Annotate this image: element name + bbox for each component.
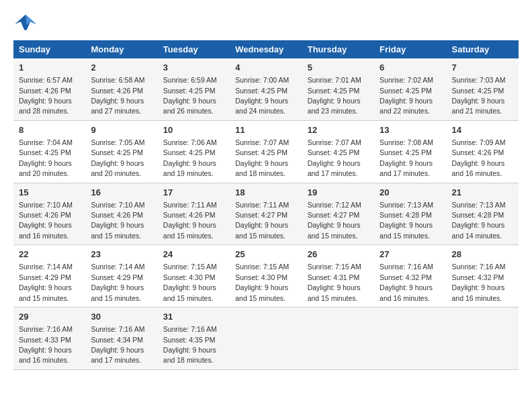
day-info: Sunrise: 6:59 AM Sunset: 4:25 PM Dayligh… — [163, 76, 217, 115]
calendar-cell: 3 Sunrise: 6:59 AM Sunset: 4:25 PM Dayli… — [158, 58, 230, 120]
weekday-header-monday: Monday — [85, 40, 157, 58]
calendar-cell: 20 Sunrise: 7:13 AM Sunset: 4:28 PM Dayl… — [374, 183, 446, 245]
calendar-cell: 25 Sunrise: 7:15 AM Sunset: 4:30 PM Dayl… — [230, 245, 302, 308]
day-info: Sunrise: 7:16 AM Sunset: 4:34 PM Dayligh… — [91, 325, 144, 364]
calendar-cell: 28 Sunrise: 7:16 AM Sunset: 4:32 PM Dayl… — [447, 245, 519, 308]
day-number: 20 — [380, 187, 441, 199]
page-header — [13, 13, 519, 34]
day-info: Sunrise: 7:15 AM Sunset: 4:30 PM Dayligh… — [163, 263, 217, 302]
day-info: Sunrise: 7:13 AM Sunset: 4:28 PM Dayligh… — [452, 201, 506, 240]
day-info: Sunrise: 7:05 AM Sunset: 4:25 PM Dayligh… — [91, 138, 144, 177]
calendar-cell: 31 Sunrise: 7:16 AM Sunset: 4:35 PM Dayl… — [158, 308, 230, 370]
day-number: 4 — [235, 62, 296, 74]
calendar-cell — [230, 308, 302, 370]
day-number: 29 — [19, 311, 80, 323]
day-info: Sunrise: 7:15 AM Sunset: 4:31 PM Dayligh… — [308, 263, 361, 302]
calendar-cell: 21 Sunrise: 7:13 AM Sunset: 4:28 PM Dayl… — [447, 183, 519, 245]
weekday-header-thursday: Thursday — [302, 40, 374, 58]
calendar-week-row: 15 Sunrise: 7:10 AM Sunset: 4:26 PM Dayl… — [13, 183, 519, 245]
weekday-header-wednesday: Wednesday — [230, 40, 302, 58]
calendar-cell: 22 Sunrise: 7:14 AM Sunset: 4:29 PM Dayl… — [13, 245, 85, 308]
day-info: Sunrise: 7:07 AM Sunset: 4:25 PM Dayligh… — [235, 138, 289, 177]
calendar-cell: 8 Sunrise: 7:04 AM Sunset: 4:25 PM Dayli… — [13, 120, 85, 183]
calendar-cell: 9 Sunrise: 7:05 AM Sunset: 4:25 PM Dayli… — [85, 120, 157, 183]
day-number: 12 — [308, 124, 369, 136]
day-info: Sunrise: 7:01 AM Sunset: 4:25 PM Dayligh… — [308, 76, 361, 115]
calendar-cell — [302, 308, 374, 370]
day-info: Sunrise: 7:07 AM Sunset: 4:25 PM Dayligh… — [308, 138, 361, 177]
weekday-header-row: SundayMondayTuesdayWednesdayThursdayFrid… — [13, 40, 519, 58]
calendar-cell: 13 Sunrise: 7:08 AM Sunset: 4:25 PM Dayl… — [374, 120, 446, 183]
calendar-cell: 19 Sunrise: 7:12 AM Sunset: 4:27 PM Dayl… — [302, 183, 374, 245]
svg-marker-1 — [26, 15, 36, 26]
calendar-week-row: 8 Sunrise: 7:04 AM Sunset: 4:25 PM Dayli… — [13, 120, 519, 183]
day-number: 27 — [380, 248, 441, 261]
day-number: 26 — [308, 248, 369, 261]
calendar-cell: 29 Sunrise: 7:16 AM Sunset: 4:33 PM Dayl… — [13, 308, 85, 370]
calendar-cell: 26 Sunrise: 7:15 AM Sunset: 4:31 PM Dayl… — [302, 245, 374, 308]
day-number: 11 — [235, 124, 296, 136]
day-number: 5 — [308, 62, 369, 74]
day-number: 21 — [452, 187, 513, 199]
calendar-cell: 23 Sunrise: 7:14 AM Sunset: 4:29 PM Dayl… — [85, 245, 157, 308]
calendar-cell: 17 Sunrise: 7:11 AM Sunset: 4:26 PM Dayl… — [158, 183, 230, 245]
day-info: Sunrise: 7:16 AM Sunset: 4:35 PM Dayligh… — [163, 325, 217, 364]
day-info: Sunrise: 7:02 AM Sunset: 4:25 PM Dayligh… — [380, 76, 433, 115]
calendar-cell: 24 Sunrise: 7:15 AM Sunset: 4:30 PM Dayl… — [158, 245, 230, 308]
logo-icon — [13, 13, 38, 34]
weekday-header-friday: Friday — [374, 40, 446, 58]
day-number: 7 — [452, 62, 513, 74]
calendar-table: SundayMondayTuesdayWednesdayThursdayFrid… — [13, 40, 519, 370]
day-number: 14 — [452, 124, 513, 136]
day-info: Sunrise: 7:12 AM Sunset: 4:27 PM Dayligh… — [308, 201, 361, 240]
day-info: Sunrise: 7:14 AM Sunset: 4:29 PM Dayligh… — [91, 263, 144, 302]
day-info: Sunrise: 7:04 AM Sunset: 4:25 PM Dayligh… — [19, 138, 73, 177]
day-number: 25 — [235, 248, 296, 261]
day-info: Sunrise: 7:10 AM Sunset: 4:26 PM Dayligh… — [19, 201, 73, 240]
day-number: 8 — [19, 124, 80, 136]
day-info: Sunrise: 7:13 AM Sunset: 4:28 PM Dayligh… — [380, 201, 433, 240]
day-info: Sunrise: 7:00 AM Sunset: 4:25 PM Dayligh… — [235, 76, 289, 115]
day-number: 23 — [91, 248, 152, 261]
day-number: 28 — [452, 248, 513, 261]
day-number: 31 — [163, 311, 224, 323]
calendar-cell — [374, 308, 446, 370]
calendar-cell: 11 Sunrise: 7:07 AM Sunset: 4:25 PM Dayl… — [230, 120, 302, 183]
weekday-header-saturday: Saturday — [447, 40, 519, 58]
day-info: Sunrise: 7:03 AM Sunset: 4:25 PM Dayligh… — [452, 76, 506, 115]
calendar-cell: 4 Sunrise: 7:00 AM Sunset: 4:25 PM Dayli… — [230, 58, 302, 120]
calendar-cell: 2 Sunrise: 6:58 AM Sunset: 4:26 PM Dayli… — [85, 58, 157, 120]
calendar-cell: 18 Sunrise: 7:11 AM Sunset: 4:27 PM Dayl… — [230, 183, 302, 245]
day-info: Sunrise: 6:57 AM Sunset: 4:26 PM Dayligh… — [19, 76, 73, 115]
day-info: Sunrise: 7:16 AM Sunset: 4:32 PM Dayligh… — [452, 263, 506, 302]
calendar-cell: 14 Sunrise: 7:09 AM Sunset: 4:26 PM Dayl… — [447, 120, 519, 183]
day-info: Sunrise: 7:14 AM Sunset: 4:29 PM Dayligh… — [19, 263, 73, 302]
day-info: Sunrise: 6:58 AM Sunset: 4:26 PM Dayligh… — [91, 76, 144, 115]
day-info: Sunrise: 7:16 AM Sunset: 4:32 PM Dayligh… — [380, 263, 433, 302]
day-number: 17 — [163, 187, 224, 199]
calendar-cell: 12 Sunrise: 7:07 AM Sunset: 4:25 PM Dayl… — [302, 120, 374, 183]
day-number: 24 — [163, 248, 224, 261]
day-info: Sunrise: 7:08 AM Sunset: 4:25 PM Dayligh… — [380, 138, 433, 177]
calendar-cell: 27 Sunrise: 7:16 AM Sunset: 4:32 PM Dayl… — [374, 245, 446, 308]
day-info: Sunrise: 7:06 AM Sunset: 4:25 PM Dayligh… — [163, 138, 217, 177]
day-number: 6 — [380, 62, 441, 74]
day-number: 19 — [308, 187, 369, 199]
logo — [13, 13, 42, 34]
calendar-week-row: 1 Sunrise: 6:57 AM Sunset: 4:26 PM Dayli… — [13, 58, 519, 120]
day-number: 3 — [163, 62, 224, 74]
day-number: 18 — [235, 187, 296, 199]
day-info: Sunrise: 7:10 AM Sunset: 4:26 PM Dayligh… — [91, 201, 144, 240]
day-info: Sunrise: 7:15 AM Sunset: 4:30 PM Dayligh… — [235, 263, 289, 302]
day-info: Sunrise: 7:16 AM Sunset: 4:33 PM Dayligh… — [19, 325, 73, 364]
day-number: 22 — [19, 248, 80, 261]
day-info: Sunrise: 7:11 AM Sunset: 4:26 PM Dayligh… — [163, 201, 217, 240]
day-number: 13 — [380, 124, 441, 136]
day-number: 1 — [19, 62, 80, 74]
calendar-cell: 30 Sunrise: 7:16 AM Sunset: 4:34 PM Dayl… — [85, 308, 157, 370]
day-info: Sunrise: 7:11 AM Sunset: 4:27 PM Dayligh… — [235, 201, 289, 240]
day-number: 16 — [91, 187, 152, 199]
day-number: 9 — [91, 124, 152, 136]
weekday-header-sunday: Sunday — [13, 40, 85, 58]
day-number: 15 — [19, 187, 80, 199]
